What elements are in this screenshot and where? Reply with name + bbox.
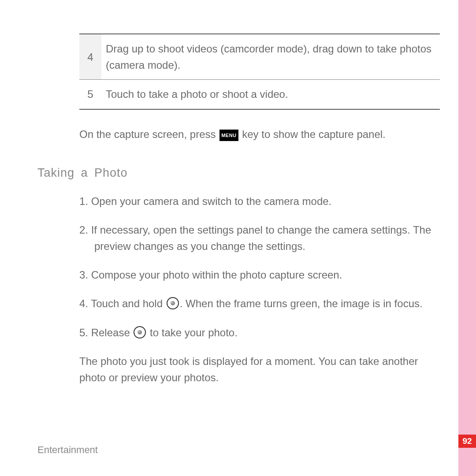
row-description: Drag up to shoot videos (camcorder mode)… — [101, 34, 440, 80]
table-row: 5 Touch to take a photo or shoot a video… — [79, 80, 440, 109]
list-item: 2. If necessary, open the settings panel… — [79, 222, 450, 254]
shutter-icon — [134, 326, 146, 338]
side-accent-bar — [458, 0, 476, 476]
capture-text-after: key to show the capture panel. — [242, 128, 386, 140]
steps-list: 1. Open your camera and switch to the ca… — [79, 193, 450, 341]
capture-text-before: On the capture screen, press — [79, 128, 216, 140]
step5-before: 5. Release — [79, 327, 133, 338]
table-row: 4 Drag up to shoot videos (camcorder mod… — [79, 34, 440, 80]
row-number: 4 — [79, 34, 101, 80]
menu-key-icon: MENU — [219, 130, 238, 141]
row-description: Touch to take a photo or shoot a video. — [101, 80, 440, 109]
page-content: 4 Drag up to shoot videos (camcorder mod… — [37, 33, 450, 396]
list-item: 1. Open your camera and switch to the ca… — [79, 193, 450, 209]
list-item: 3. Compose your photo within the photo c… — [79, 267, 450, 283]
shutter-icon — [167, 297, 179, 309]
step4-after: . When the frame turns green, the image … — [180, 298, 423, 309]
page-number-badge: 92 — [458, 435, 476, 448]
section-heading: Taking a Photo — [37, 166, 450, 180]
step4-before: 4. Touch and hold — [79, 298, 166, 309]
after-note: The photo you just took is displayed for… — [79, 353, 432, 386]
list-item: 4. Touch and hold . When the frame turns… — [79, 295, 450, 312]
row-number: 5 — [79, 80, 101, 109]
footer-chapter: Entertainment — [37, 444, 98, 456]
capture-instruction: On the capture screen, press MENU key to… — [79, 126, 450, 142]
list-item: 5. Release to take your photo. — [79, 324, 450, 341]
controls-table: 4 Drag up to shoot videos (camcorder mod… — [79, 33, 440, 110]
step5-after: to take your photo. — [147, 327, 237, 338]
